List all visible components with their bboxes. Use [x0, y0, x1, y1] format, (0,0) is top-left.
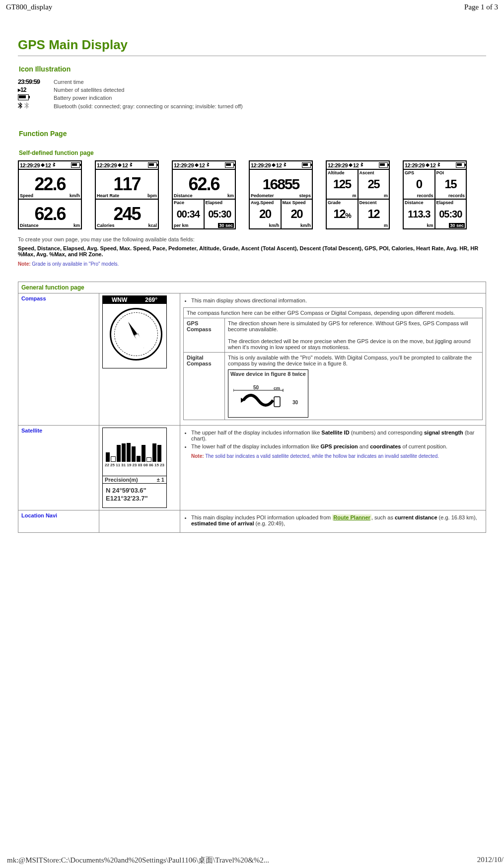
row-location: Location Navi This main display includes…: [18, 510, 486, 533]
status-bar: 12:29:2912: [19, 161, 81, 170]
satellite-icon: ▸12: [18, 86, 54, 93]
screen-altitude: 12:29:2912 Altitude125m Ascent25m Grade1…: [326, 160, 390, 229]
icon-label: Battery power indication: [54, 95, 112, 101]
battery-icon: [18, 94, 54, 101]
row-label: Location Navi: [18, 510, 99, 533]
signal-bars-icon: [106, 431, 163, 462]
compass-desc: This main display shows directional info…: [180, 293, 486, 426]
satellite-image: 2225113119230308061523 Precision(m)± 1 N…: [99, 426, 180, 510]
note-grade: Note: Grade is only available in "Pro" m…: [18, 261, 486, 267]
header-right: Page 1 of 3: [464, 3, 498, 11]
header-left: GT800_display: [6, 3, 52, 11]
selfdef-heading: Self-defined function page: [19, 149, 486, 156]
route-planner-link[interactable]: Route Planner: [332, 514, 371, 520]
icon-heading: Icon Illustration: [19, 65, 486, 73]
svg-rect-0: [274, 397, 280, 407]
cell-distance: 62.6Distancekm: [19, 199, 81, 228]
screen-hr-cal: 12:29:2912 117Heart Ratebpm 245Caloriesk…: [95, 160, 159, 229]
icon-label: Current time: [54, 79, 84, 85]
compass-image: WNW269°: [99, 293, 180, 426]
location-image: [99, 510, 180, 533]
screen-speed-distance: 12:29:2912 22.6Speedkm/h 62.6Distancekm: [18, 160, 82, 229]
fields-list: Speed, Distance, Elapsed, Avg. Speed, Ma…: [18, 245, 486, 257]
icon-row-time: 23:59:59 Current time: [18, 78, 486, 85]
row-satellite: Satellite 2225113119230308061523 Precisi…: [18, 426, 486, 510]
location-desc: This main display includes POI informati…: [180, 510, 486, 533]
satellite-desc: The upper half of the display includes i…: [180, 426, 486, 510]
icon-row-battery: Battery power indication: [18, 94, 486, 101]
func-heading: Function Page: [19, 130, 486, 138]
wave-figure8-image: Wave device in figure 8 twice 50 30 cm: [228, 369, 308, 418]
row-compass: Compass WNW269° This main display shows …: [18, 293, 486, 426]
row-label: Compass: [18, 293, 99, 426]
page-header: GT800_display Page 1 of 3: [0, 0, 504, 14]
screen-gps-poi: 12:29:2912 GPS0records POI15records Dist…: [403, 160, 467, 229]
cell-speed: 22.6Speedkm/h: [19, 170, 81, 199]
clock-icon: 23:59:59: [18, 78, 54, 85]
row-label: Satellite: [18, 426, 99, 510]
bluetooth-icon: [18, 102, 54, 110]
general-table: General function page Compass WNW269° Th…: [18, 282, 486, 533]
page-title: GPS Main Display: [18, 37, 486, 53]
screens-row: 12:29:2912 22.6Speedkm/h 62.6Distancekm …: [18, 160, 486, 229]
screen-pedometer: 12:29:2912 16855Pedometersteps Avg.Speed…: [249, 160, 313, 229]
screen-dist-pace: 12:29:2912 62.6Distancekm Pace00:34per k…: [172, 160, 236, 229]
general-heading: General function page: [18, 282, 486, 293]
icon-label: Number of satellites detected: [54, 87, 124, 93]
icon-row-bluetooth: Bluetooth (solid: connected; gray: conne…: [18, 102, 486, 110]
fields-intro: To create your own page, you may use the…: [18, 236, 486, 242]
icon-label: Bluetooth (solid: connected; gray: conne…: [54, 103, 243, 109]
divider: [18, 56, 486, 56]
icon-row-sat: ▸12 Number of satellites detected: [18, 86, 486, 93]
